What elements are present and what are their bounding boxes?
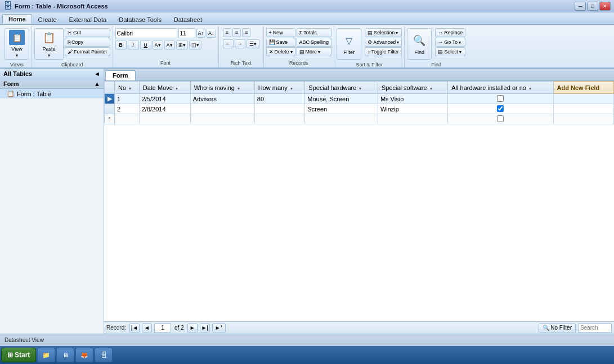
cell-hardware-1[interactable]: Mouse, Screen (305, 94, 378, 104)
header-date-move[interactable]: Date Move ▾ (139, 82, 190, 94)
header-special-software[interactable]: Special software ▾ (378, 82, 447, 94)
new-cell-how-many[interactable] (254, 114, 305, 124)
header-how-many[interactable]: How many ▾ (254, 82, 305, 94)
font-size-inc-button[interactable]: A↑ (196, 29, 206, 38)
borders-button[interactable]: ⊞▾ (176, 41, 188, 50)
toggle-filter-button[interactable]: ↕ Toggle Filter (365, 47, 402, 56)
cell-hardware-2[interactable]: Screen (305, 104, 378, 114)
align-center-button[interactable]: ≡ (232, 28, 241, 37)
paste-button[interactable]: 📋 Paste ▾ (34, 28, 64, 60)
cell-date-2[interactable]: 2/8/2014 (139, 104, 190, 114)
font-size-input[interactable] (178, 28, 195, 38)
header-no[interactable]: No ▾ (115, 82, 140, 94)
tab-create[interactable]: Create (32, 14, 63, 24)
new-cell-date[interactable] (139, 114, 190, 124)
taskbar-explorer-button[interactable]: 🖥 (56, 348, 74, 362)
no-filter-button[interactable]: 🔍 No Filter (539, 323, 576, 332)
indent-inc-button[interactable]: → (235, 39, 245, 48)
object-tab-form[interactable]: Form (105, 70, 136, 80)
find-button[interactable]: 🔍 Find (407, 28, 432, 60)
font-color-button[interactable]: A▾ (164, 41, 175, 50)
cell-how-many-1[interactable]: 80 (254, 94, 305, 104)
header-all-hardware[interactable]: All hardware installed or no ▾ (448, 82, 553, 94)
cell-how-many-2[interactable] (254, 104, 305, 114)
header-who-moving[interactable]: Who is moving ▾ (190, 82, 254, 94)
underline-button[interactable]: U (140, 41, 151, 50)
taskbar-firefox-button[interactable]: 🦊 (75, 348, 93, 362)
list-button[interactable]: ☰▾ (247, 39, 259, 48)
minimize-button[interactable]: ─ (575, 2, 586, 11)
save-button[interactable]: 💾 Save (266, 38, 295, 47)
nav-pane: All Tables ◄ Form ▲ 📋 Form : Table (0, 69, 104, 334)
cell-no-1[interactable]: 1 (115, 94, 140, 104)
replace-button[interactable]: ↔ Replace (435, 28, 465, 37)
nav-section-toggle[interactable]: ▲ (94, 80, 100, 87)
font-size-dec-button[interactable]: A↓ (207, 29, 216, 38)
tab-home[interactable]: Home (2, 14, 32, 24)
cell-who-2[interactable] (190, 104, 254, 114)
cell-who-1[interactable]: Advisors (190, 94, 254, 104)
italic-button[interactable]: I (128, 41, 139, 50)
shading-button[interactable]: ◫▾ (189, 41, 201, 50)
bold-button[interactable]: B (115, 41, 127, 50)
tab-external-data[interactable]: External Data (63, 14, 113, 24)
cell-software-2[interactable]: Winzip (378, 104, 447, 114)
taskbar-access-button[interactable]: 🗄 (95, 348, 113, 362)
tab-datasheet[interactable]: Datasheet (168, 14, 208, 24)
current-record-input[interactable] (154, 323, 171, 332)
new-record-button[interactable]: ►* (212, 323, 226, 332)
cut-button[interactable]: ✂ Cut (65, 28, 110, 37)
cell-all-hw-2[interactable] (448, 104, 553, 114)
header-add-field[interactable]: Add New Field (553, 82, 613, 94)
indent-dec-button[interactable]: ← (223, 39, 234, 48)
nav-item-form-table[interactable]: 📋 Form : Table (0, 89, 104, 98)
tab-database-tools[interactable]: Database Tools (113, 14, 168, 24)
new-checkbox[interactable] (497, 115, 504, 122)
main-area: All Tables ◄ Form ▲ 📋 Form : Table Form (0, 69, 614, 334)
new-button[interactable]: + New (266, 28, 295, 37)
checkbox-2[interactable] (497, 105, 504, 112)
cell-software-1[interactable]: Ms Visio (378, 94, 447, 104)
align-left-button[interactable]: ≡ (223, 28, 231, 37)
maximize-button[interactable]: □ (587, 2, 598, 11)
header-special-hardware[interactable]: Special hardware ▾ (305, 82, 378, 94)
search-input[interactable] (578, 323, 612, 332)
go-to-button[interactable]: → Go To ▾ (435, 38, 465, 47)
prev-record-button[interactable]: ◄ (142, 323, 152, 332)
spelling-button[interactable]: ABC Spelling (297, 38, 332, 47)
more-button[interactable]: ▤ More ▾ (297, 47, 332, 56)
cell-all-hw-1[interactable] (448, 94, 553, 104)
delete-button[interactable]: ✕ Delete ▾ (266, 47, 295, 56)
new-cell-all-hw[interactable] (448, 114, 553, 124)
selection-icon: ▤ (367, 30, 373, 35)
ribbon-group-rich-text: ≡ ≡ ≡ ← → ☰▾ Rich Text (219, 26, 264, 68)
selection-button[interactable]: ▤ Selection ▾ (365, 28, 402, 37)
new-cell-no[interactable] (115, 114, 140, 124)
row-selector-1[interactable]: ▶ (105, 94, 115, 104)
view-button[interactable]: 📋 View ▾ (5, 28, 29, 60)
cell-no-2[interactable]: 2 (115, 104, 140, 114)
format-painter-button[interactable]: 🖌 Format Painter (65, 47, 110, 56)
font-name-input[interactable] (115, 28, 177, 38)
totals-button[interactable]: Σ Totals (297, 28, 332, 37)
new-row-selector[interactable]: * (105, 114, 115, 124)
close-button[interactable]: ✕ (599, 2, 611, 11)
highlight-color-button[interactable]: A▾ (153, 41, 163, 50)
next-record-button[interactable]: ► (187, 323, 198, 332)
select-button[interactable]: ▤ Select ▾ (435, 47, 465, 56)
new-cell-who[interactable] (190, 114, 254, 124)
filter-button[interactable]: ▽ Filter (337, 28, 361, 60)
align-right-button[interactable]: ≡ (242, 28, 250, 37)
taskbar-folder-button[interactable]: 📁 (37, 348, 55, 362)
last-record-button[interactable]: ►| (200, 323, 210, 332)
checkbox-1[interactable] (497, 95, 504, 102)
copy-button[interactable]: ⎘ Copy (65, 38, 110, 47)
advanced-button[interactable]: ⚙ Advanced ▾ (365, 38, 402, 47)
row-selector-2[interactable] (105, 104, 115, 114)
first-record-button[interactable]: |◄ (129, 323, 140, 332)
cell-date-1[interactable]: 2/5/2014 (139, 94, 190, 104)
start-button[interactable]: ⊞ Start (1, 348, 36, 362)
new-cell-hardware[interactable] (305, 114, 378, 124)
new-cell-software[interactable] (378, 114, 447, 124)
nav-pane-toggle[interactable]: ◄ (94, 70, 100, 77)
